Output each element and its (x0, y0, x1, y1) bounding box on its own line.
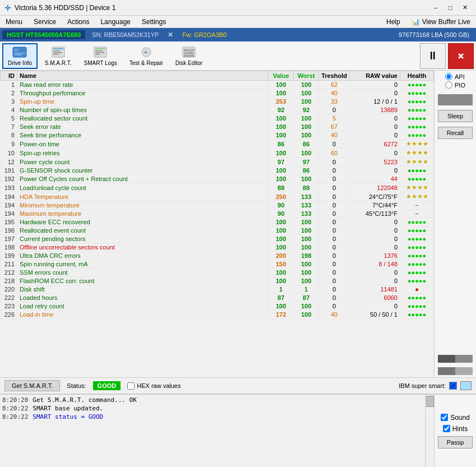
break-all-button[interactable] (448, 43, 474, 69)
cell-health: ★★★★ (400, 158, 434, 167)
log-time: 8:20:22 (2, 413, 28, 420)
log-scroll-thumb[interactable] (426, 396, 434, 407)
toolbar-test-repair[interactable]: + Test & Repair (124, 43, 168, 69)
menu-item-service[interactable]: Service (28, 16, 62, 28)
table-row[interactable]: 2 Throughput perfomance 100 100 40 0 ●●●… (1, 89, 434, 98)
svg-rect-10 (95, 48, 105, 49)
cell-worst: 100 (294, 175, 319, 183)
cell-value: 150 (269, 260, 294, 269)
cell-name: Ultra DMA CRC errors (17, 252, 269, 260)
cell-thresh: 0 (319, 277, 350, 285)
test-repair-label: Test & Repair (130, 60, 163, 66)
api-radio[interactable]: API (445, 73, 465, 80)
cell-name: Minimum temperature (17, 201, 269, 210)
cell-thresh: 60 (319, 149, 350, 158)
log-and-right: 8:20:20Get S.M.A.R.T. command... OK8:20:… (0, 394, 476, 467)
sound-checkbox[interactable] (441, 414, 448, 421)
table-row[interactable]: 211 Spin running current, mA 150 100 0 8… (1, 260, 434, 269)
table-row[interactable]: 220 Disk shift 1 1 0 11481 ● (1, 285, 434, 294)
cell-name: Reallocated sector count (17, 114, 269, 123)
ibm-checkbox[interactable]: ✓ (449, 382, 457, 390)
health-dots: ★★★★ (406, 184, 428, 191)
table-row[interactable]: 198 Offline uncorrectable sectors count … (1, 243, 434, 252)
get-smart-button[interactable]: Get S.M.A.R.T. (4, 380, 60, 391)
health-dots: ★★★★ (406, 140, 428, 147)
cell-value: 100 (269, 277, 294, 285)
pio-radio[interactable]: PIO (445, 81, 465, 89)
toolbar-drive-info[interactable]: Drive Info (2, 43, 38, 69)
table-row[interactable]: 199 Ultra DMA CRC errors 200 198 0 1376 … (1, 252, 434, 260)
cell-value: 100 (269, 131, 294, 140)
cell-thresh: 0 (319, 201, 350, 210)
table-row[interactable]: 193 Load/unload cycle count 88 88 0 1220… (1, 183, 434, 192)
table-row[interactable]: 222 Loaded hours 87 87 0 6060 ●●●●● (1, 294, 434, 302)
toolbar-smart-logs[interactable]: SMART Logs (79, 43, 122, 69)
drive-close-btn[interactable]: ✕ (165, 31, 175, 39)
test-repair-icon: + (138, 45, 154, 59)
drive-name[interactable]: HGST HTS545050A7E680 (2, 30, 85, 39)
table-row[interactable]: 192 Power Off Cycles count + Retract cou… (1, 175, 434, 183)
cell-raw: 6060 (350, 294, 400, 302)
menu-item-language[interactable]: Language (95, 16, 136, 28)
hints-check[interactable]: Hints (443, 425, 468, 433)
toolbar: Drive Info S.M.A.R.T. SMART Logs + Test … (0, 41, 476, 71)
table-row[interactable]: 9 Power-on time 86 86 0 6272 ★★★★ (1, 140, 434, 149)
menu-item-settings[interactable]: Settings (136, 16, 172, 28)
drive-info-label: Drive Info (8, 60, 32, 66)
table-row[interactable]: 3 Spin-up time 253 100 33 12 / 0 / 1 ●●●… (1, 98, 434, 106)
hex-raw-check[interactable]: HEX raw values (127, 382, 181, 390)
hints-checkbox[interactable] (443, 425, 450, 432)
cell-name: Spin-up retries (17, 149, 269, 158)
health-dots: ●●●●● (408, 219, 426, 225)
table-row[interactable]: 4 Number of spin-up times 92 92 0 13689 … (1, 106, 434, 114)
table-row[interactable]: 195 Hardware ECC recovered 100 100 0 0 ●… (1, 218, 434, 226)
table-row[interactable]: 194 Minimum temperature 90 133 0 7°C/44°… (1, 201, 434, 210)
cell-worst: 86 (294, 167, 319, 175)
toolbar-smart[interactable]: S.M.A.R.T. (40, 43, 77, 69)
cell-id: 212 (1, 269, 17, 277)
hex-raw-checkbox[interactable] (127, 382, 135, 390)
passp-button[interactable]: Passp (438, 436, 473, 448)
cell-name: SSM errors count (17, 269, 269, 277)
cell-thresh: 40 (319, 131, 350, 140)
pause-button[interactable]: ⏸ (420, 43, 446, 69)
table-row[interactable]: 194 Maximum temperature 90 133 0 45°C/11… (1, 210, 434, 218)
table-row[interactable]: 12 Power cycle count 97 97 0 5223 ★★★★ (1, 158, 434, 167)
table-row[interactable]: 1 Raw read error rate 100 100 62 0 ●●●●● (1, 81, 434, 89)
table-row[interactable]: 194 HDA Temperature 250 133 0 24°C/75°F … (1, 192, 434, 201)
table-row[interactable]: 197 Current pending sectors 100 100 0 0 … (1, 235, 434, 243)
view-buffer-btn[interactable]: 📊 View Buffer Live (406, 17, 476, 27)
menu-item-menu[interactable]: Menu (0, 16, 28, 28)
menu-item-help[interactable]: Help (381, 16, 406, 28)
table-row[interactable]: 196 Reallocated event count 100 100 0 0 … (1, 226, 434, 235)
sleep-button[interactable]: Sleep (438, 110, 473, 122)
svg-rect-12 (95, 52, 104, 53)
menu-item-actions[interactable]: Actions (62, 16, 95, 28)
table-row[interactable]: 223 Load retry count 100 100 0 0 ●●●●● (1, 302, 434, 311)
close-button[interactable]: ✕ (458, 3, 472, 13)
color-seg-2 (455, 355, 473, 363)
table-row[interactable]: 5 Reallocated sector count 100 100 5 0 ●… (1, 114, 434, 123)
maximize-button[interactable]: □ (443, 3, 457, 13)
minimize-button[interactable]: − (429, 3, 442, 13)
sound-check[interactable]: Sound (441, 414, 470, 422)
table-row[interactable]: 218 FlashROM ECC corr. count 100 100 0 0… (1, 277, 434, 285)
smart-logs-icon (93, 45, 108, 59)
cell-value: 86 (269, 140, 294, 149)
table-row[interactable]: 226 Load-in time 172 100 40 50 / 50 / 1 … (1, 311, 434, 319)
cell-name: FlashROM ECC corr. count (17, 277, 269, 285)
table-row[interactable]: 212 SSM errors count 100 100 0 0 ●●●●● (1, 269, 434, 277)
color-picker[interactable] (460, 381, 472, 390)
table-row[interactable]: 10 Spin-up retries 100 100 60 0 ★★★★ (1, 149, 434, 158)
table-row[interactable]: 8 Seek time perfomance 100 100 40 0 ●●●●… (1, 131, 434, 140)
table-row[interactable]: 191 G-SENSOR shock counter 100 86 0 0 ●●… (1, 167, 434, 175)
cell-worst: 100 (294, 98, 319, 106)
cell-health: ★★★★ (400, 183, 434, 192)
drive-lba: 976773168 LBA (500 GB) (394, 30, 474, 39)
table-row[interactable]: 7 Seek error rate 100 100 67 0 ●●●●● (1, 123, 434, 131)
recall-button[interactable]: Recall (438, 127, 473, 139)
log-scrollbar[interactable] (425, 395, 434, 467)
svg-rect-7 (53, 52, 62, 53)
toolbar-disk-editor[interactable]: 010110101001010100 Disk Editor (170, 43, 207, 69)
smart-table-wrapper[interactable]: ID Name Value Worst Treshold RAW value H… (0, 71, 434, 377)
